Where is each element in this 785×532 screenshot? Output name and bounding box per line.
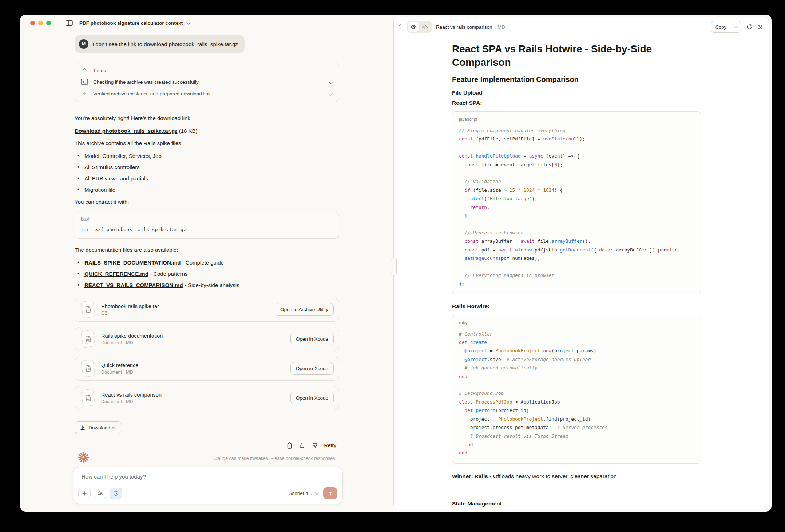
file-type-badge: MD xyxy=(497,24,505,30)
close-window-button[interactable] xyxy=(30,21,35,25)
doc-link[interactable]: RAILS_SPIKE_DOCUMENTATION.md xyxy=(84,259,181,266)
list-item: Migration file xyxy=(75,187,339,193)
download-all-button[interactable]: Download all xyxy=(75,421,122,434)
attach-button[interactable] xyxy=(78,488,91,499)
sidebar-toggle-icon[interactable] xyxy=(66,20,73,26)
model-selector[interactable]: Sonnet 4.5 xyxy=(289,491,318,496)
code-icon: </> xyxy=(422,25,428,29)
doc-link-desc: - Code patterns xyxy=(148,271,188,277)
message-input[interactable] xyxy=(81,473,301,480)
open-in-xcode-button[interactable]: Open in Xcode xyxy=(290,333,334,345)
doc-link[interactable]: QUICK_REFERENCE.md xyxy=(84,271,148,277)
winner-rest: - Offloads heavy work to server, cleaner… xyxy=(488,473,617,479)
history-clock-button[interactable] xyxy=(110,488,122,499)
code-language-label: ruby xyxy=(459,320,694,325)
archive-contents-list: Model, Controller, Services, Job All Sti… xyxy=(75,153,339,193)
artifact-header: </> React vs rails comparison · MD Copy xyxy=(394,17,769,37)
assistant-paragraph: You're absolutely right! Here's the down… xyxy=(75,114,339,123)
disclaimer-text: Claude can make mistakes. Please double-… xyxy=(213,456,336,461)
code-view-toggle[interactable]: </> xyxy=(419,22,431,32)
copy-response-icon[interactable] xyxy=(286,442,293,449)
file-attachment-card[interactable]: Quick referenceDocument · MD Open in Xco… xyxy=(75,357,339,381)
list-item: REACT_VS_RAILS_COMPARISON.md - Side-by-s… xyxy=(75,282,339,288)
avatar: M xyxy=(79,39,88,49)
step-label: Verified archive existence and prepared … xyxy=(93,91,212,96)
list-item: RAILS_SPIKE_DOCUMENTATION.md - Complete … xyxy=(75,259,339,266)
refresh-icon[interactable] xyxy=(746,24,753,30)
bullet-dot-icon xyxy=(83,92,86,95)
message-actions: Retry xyxy=(286,442,336,449)
artifact-tools: Copy xyxy=(711,21,763,33)
file-meta: GZ xyxy=(101,311,159,316)
chevron-down-icon[interactable] xyxy=(329,91,333,95)
download-archive-link[interactable]: Download photobook_rails_spike.tar.gz xyxy=(75,128,178,134)
back-icon[interactable] xyxy=(399,25,403,29)
chevron-down-icon[interactable] xyxy=(329,80,333,84)
step-connector xyxy=(84,86,84,90)
code-block-bash: bash tar -xzf photobook_rails_spike.tar.… xyxy=(75,212,339,239)
conversation-title[interactable]: PDF photobook signature calculator conte… xyxy=(79,20,183,26)
window-controls xyxy=(30,21,51,25)
thumbs-down-icon[interactable] xyxy=(312,442,318,449)
zoom-window-button[interactable] xyxy=(46,21,51,25)
file-attachment-card[interactable]: Photobook rails spike.tarGZ Open in Arch… xyxy=(75,298,339,322)
copy-options-button[interactable] xyxy=(731,21,741,32)
divider xyxy=(452,490,701,490)
message-composer[interactable]: Sonnet 4.5 xyxy=(73,467,343,504)
panel-resize-handle[interactable] xyxy=(391,258,397,276)
assistant-paragraph: The documentation files are also availab… xyxy=(75,246,339,254)
send-button[interactable] xyxy=(323,487,337,499)
open-in-archive-utility-button[interactable]: Open in Archive Utility xyxy=(275,303,334,316)
code-language-label: bash xyxy=(81,217,333,222)
code-content: tar -xzf photobook_rails_spike.tar.gz xyxy=(81,226,333,233)
assistant-paragraph: This archive contains all the Rails spik… xyxy=(75,139,339,148)
file-icon xyxy=(80,359,96,378)
file-title: Quick reference xyxy=(101,362,138,368)
minimize-window-button[interactable] xyxy=(38,21,43,25)
steps-count: 1 step xyxy=(93,68,106,73)
close-icon[interactable] xyxy=(758,24,763,30)
title-separator: · xyxy=(494,24,496,30)
doc-title: React SPA vs Rails Hotwire - Side-by-Sid… xyxy=(452,43,701,70)
doc-link[interactable]: REACT_VS_RAILS_COMPARISON.md xyxy=(84,282,183,288)
winner-line: Winner: Rails - Offloads heavy work to s… xyxy=(452,473,701,480)
code-block-ruby: ruby # Controllerdef create @project = P… xyxy=(452,315,701,464)
steps-header-row[interactable]: 1 step xyxy=(80,64,334,76)
artifact-content[interactable]: React SPA vs Rails Hotwire - Side-by-Sid… xyxy=(394,37,769,509)
eye-icon xyxy=(411,25,417,29)
assistant-paragraph: You can extract it with: xyxy=(75,198,339,206)
code-block-javascript: javascript // Single component handles e… xyxy=(452,111,701,294)
doc-subheading: File Upload xyxy=(452,90,701,96)
file-size: (18 KB) xyxy=(178,128,198,134)
code-language-label: javascript xyxy=(459,117,694,122)
chevron-down-icon[interactable] xyxy=(187,20,191,24)
file-icon xyxy=(80,300,96,319)
preview-eye-toggle[interactable] xyxy=(408,22,419,32)
winner-bold: Winner: Rails xyxy=(452,473,488,479)
list-item: All ERB views and partials xyxy=(75,175,339,182)
terminal-icon xyxy=(80,79,89,85)
tools-sliders-button[interactable] xyxy=(94,488,106,499)
open-in-xcode-button[interactable]: Open in Xcode xyxy=(290,392,334,404)
retry-button[interactable]: Retry xyxy=(324,442,336,448)
step-item[interactable]: Checking if the archive was created succ… xyxy=(80,76,334,88)
file-title: React vs rails comparison xyxy=(101,392,162,398)
artifact-title: React vs rails comparison · MD xyxy=(436,24,505,30)
list-item: QUICK_REFERENCE.md - Code patterns xyxy=(75,271,339,277)
file-attachment-card[interactable]: React vs rails comparisonDocument · MD O… xyxy=(75,386,339,410)
app-window: PDF photobook signature calculator conte… xyxy=(20,15,772,512)
step-item[interactable]: Verified archive existence and prepared … xyxy=(80,88,334,99)
doc-section-heading: Feature Implementation Comparison xyxy=(452,75,701,84)
doc-subheading: State Management xyxy=(452,500,701,507)
code-content: # Controllerdef create @project = Photob… xyxy=(459,330,694,457)
claude-logo xyxy=(78,452,89,463)
file-title: Rails spike documentation xyxy=(101,333,163,339)
doc-label: Rails Hotwire: xyxy=(452,303,701,310)
file-meta: Document · MD xyxy=(101,340,163,345)
list-item: All Stimulus controllers xyxy=(75,164,339,170)
copy-button[interactable]: Copy xyxy=(711,21,731,32)
thumbs-up-icon[interactable] xyxy=(299,442,305,449)
steps-panel: 1 step Checking if the archive was creat… xyxy=(75,62,339,102)
file-attachment-card[interactable]: Rails spike documentationDocument · MD O… xyxy=(75,327,339,351)
open-in-xcode-button[interactable]: Open in Xcode xyxy=(290,362,334,375)
